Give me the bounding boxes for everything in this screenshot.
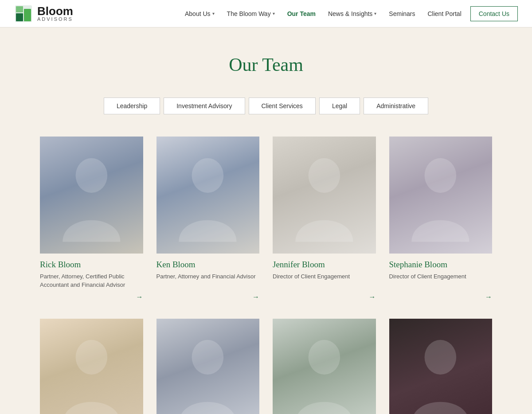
team-member-name: Stephanie Bloom [389,260,493,269]
svg-point-7 [425,158,457,193]
team-card: Jennifer BloomDirector of Client Engagem… [273,137,376,301]
team-member-name: Ken Bloom [156,260,260,269]
svg-point-11 [425,340,457,375]
team-card: Ken BloomPartner, Attorney and Financial… [156,137,260,301]
page-title: Our Team [40,54,492,75]
nav-link-about-us[interactable]: About Us▾ [185,10,215,17]
person-silhouette-icon [288,148,360,242]
svg-point-9 [192,340,224,375]
svg-point-4 [75,158,107,193]
person-silhouette-icon [172,330,244,414]
team-photo [273,137,376,254]
team-photo [156,137,260,254]
logo-name: Bloom [37,5,73,17]
svg-rect-1 [16,13,23,21]
team-card: Jonathan GoldbergAttorney, Certified Pub… [273,319,376,414]
team-photo [156,319,260,414]
nav-link-the-bloom-way[interactable]: The Bloom Way▾ [227,10,275,17]
team-card: Rick BloomPartner, Attorney, Certified P… [40,137,143,301]
team-member-title: Director of Client Engagement [273,272,376,289]
svg-point-8 [75,340,107,375]
chevron-down-icon: ▾ [374,11,376,16]
svg-point-5 [192,158,224,193]
team-photo [389,319,493,414]
team-member-arrow[interactable]: → [136,293,143,301]
team-member-arrow[interactable]: → [369,293,376,301]
svg-point-6 [308,158,340,193]
chevron-down-icon: ▾ [273,11,275,16]
person-silhouette-icon [404,330,477,414]
team-member-name: Rick Bloom [40,260,143,269]
nav-link-our-team[interactable]: Our Team [287,10,316,17]
nav-link-client-portal[interactable]: Client Portal [427,10,461,17]
logo-link[interactable]: Bloom ADVISORS [14,4,73,23]
team-card: Stephanie BloomDirector of Client Engage… [389,137,493,301]
person-silhouette-icon [55,148,128,242]
team-card: Denean BakerAdministrative Assistant→ [40,319,143,414]
person-silhouette-icon [288,330,360,414]
person-silhouette-icon [172,148,244,242]
filter-tab-administrative[interactable]: Administrative [364,98,428,114]
logo-sub: ADVISORS [37,17,73,22]
person-silhouette-icon [404,148,477,242]
team-member-title: Director of Client Engagement [389,272,493,289]
team-photo [273,319,376,414]
person-silhouette-icon [55,330,128,414]
team-member-name: Jennifer Bloom [273,260,376,269]
team-member-title: Partner, Attorney, Certified Public Acco… [40,272,143,289]
nav-link-news-&-insights[interactable]: News & Insights▾ [328,10,376,17]
nav-link-seminars[interactable]: Seminars [389,10,415,17]
contact-button[interactable]: Contact Us [470,6,518,21]
main-content: Our Team LeadershipInvestment AdvisoryCl… [22,27,510,414]
filter-tab-client-services[interactable]: Client Services [249,98,316,114]
chevron-down-icon: ▾ [212,11,215,16]
team-grid: Rick BloomPartner, Attorney, Certified P… [40,137,492,414]
svg-point-10 [308,340,340,375]
filter-tab-legal[interactable]: Legal [319,98,360,114]
team-member-arrow[interactable]: → [252,293,259,301]
filter-tab-investment-advisory[interactable]: Investment Advisory [164,98,245,114]
svg-rect-3 [16,6,23,12]
team-card: Sergio FigueroaClient Relationship Manag… [156,319,260,414]
team-photo [40,137,143,254]
logo-icon [14,4,33,23]
filter-tabs: LeadershipInvestment AdvisoryClient Serv… [40,98,492,114]
svg-rect-2 [24,9,31,21]
filter-tab-leadership[interactable]: Leadership [104,98,160,114]
team-card: Delilah GolidayFinancial Planning Assist… [389,319,493,414]
nav-links: About Us▾The Bloom Way▾Our TeamNews & In… [185,10,462,17]
team-member-arrow[interactable]: → [485,293,492,301]
team-photo [389,137,493,254]
navigation: Bloom ADVISORS About Us▾The Bloom Way▾Ou… [0,0,532,27]
team-member-title: Partner, Attorney and Financial Advisor [156,272,260,289]
team-photo [40,319,143,414]
